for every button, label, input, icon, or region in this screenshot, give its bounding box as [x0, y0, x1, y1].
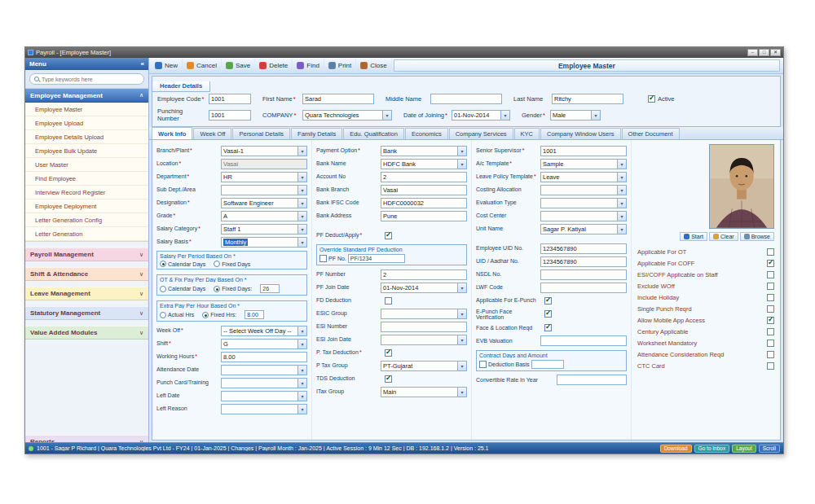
- fixed-days-radio[interactable]: Fixed Days: [214, 261, 250, 267]
- sidebar-partial-section: Reports ∨: [25, 435, 148, 442]
- status-indicator-icon: [29, 446, 33, 451]
- search-input[interactable]: [42, 77, 139, 82]
- calendar-days-radio[interactable]: Calendar Days: [160, 286, 205, 292]
- form-field: Senior Supervisor* 1001: [476, 146, 627, 156]
- toolbar-button[interactable]: Delete: [255, 59, 293, 72]
- close-button[interactable]: ✕: [770, 49, 781, 56]
- active-checkbox[interactable]: Active: [648, 95, 676, 103]
- form-field: Cost Center: [476, 211, 627, 221]
- tab[interactable]: Company Window Users: [540, 128, 621, 139]
- status-chip[interactable]: Layout: [732, 445, 756, 453]
- checkbox-icon[interactable]: [767, 351, 774, 358]
- toolbar-button-icon: [155, 62, 162, 69]
- sidebar-item[interactable]: Letter Generation: [25, 227, 148, 241]
- calendar-days-radio[interactable]: Calendar Days: [160, 261, 205, 267]
- sidebar-section[interactable]: Shift & Attendance ∨: [25, 267, 148, 281]
- sidebar-section[interactable]: Statutory Management ∨: [25, 306, 148, 320]
- sidebar-item[interactable]: Employee Upload: [25, 116, 148, 130]
- minimize-button[interactable]: –: [747, 49, 758, 56]
- checkbox-icon[interactable]: [767, 305, 774, 313]
- toolbar-button[interactable]: Save: [222, 59, 255, 72]
- status-chip[interactable]: Go to Inbox: [694, 445, 730, 453]
- form-field: Shift* G: [156, 339, 307, 349]
- checkbox-icon[interactable]: [648, 95, 655, 103]
- status-chip[interactable]: Scroll: [759, 445, 780, 453]
- option-row: Applicable For OT: [637, 248, 774, 256]
- photo-panel: Start Clear Browse Applicable For OT: [632, 140, 780, 440]
- tab[interactable]: Week Off: [193, 128, 231, 139]
- status-chip[interactable]: Download: [660, 445, 692, 453]
- photo-button[interactable]: Clear: [709, 232, 738, 241]
- pf-no-value[interactable]: PF/1234: [348, 254, 405, 263]
- checkbox-icon[interactable]: [767, 260, 774, 267]
- chevron-down-icon: ∨: [139, 271, 143, 278]
- form-field: Bank Address Pune: [316, 211, 467, 221]
- sidebar-section-employee-management[interactable]: Employee Management ∧: [25, 89, 148, 103]
- tab[interactable]: Other Document: [622, 128, 680, 139]
- sidebar-item[interactable]: Interview Record Register: [25, 186, 148, 199]
- toolbar-button[interactable]: Print: [324, 59, 356, 72]
- tab[interactable]: Work Info: [152, 127, 192, 139]
- checkbox-icon[interactable]: [767, 271, 774, 278]
- fixed-days-value[interactable]: 26: [260, 284, 280, 293]
- tab[interactable]: Company Services: [449, 128, 513, 139]
- fixed-days-radio[interactable]: Fixed Days:: [214, 286, 252, 292]
- actual-hrs-radio[interactable]: Actual Hrs: [160, 312, 194, 318]
- header-field: Punching Number 1001: [157, 107, 251, 122]
- window-title: Payroll - [Employee Master]: [36, 49, 111, 56]
- tab[interactable]: Economics: [405, 128, 448, 139]
- checkbox-icon[interactable]: [767, 248, 774, 256]
- sidebar-item[interactable]: Employee Bulk Update: [25, 144, 148, 158]
- sidebar-item[interactable]: Employee Deployment: [25, 199, 148, 213]
- checkbox-icon[interactable]: [544, 310, 552, 318]
- checkbox-icon[interactable]: [767, 283, 774, 290]
- toolbar-button[interactable]: New: [151, 59, 183, 72]
- fixed-hrs-value[interactable]: 8.00: [244, 310, 264, 319]
- sidebar-section[interactable]: Reports ∨: [25, 435, 148, 442]
- option-row: Attendance Consideration Reqd: [637, 351, 774, 358]
- tab[interactable]: Family Details: [291, 128, 342, 139]
- checkbox-icon[interactable]: [767, 328, 774, 335]
- deduction-basis-value[interactable]: [531, 360, 564, 369]
- checkbox-icon[interactable]: [767, 340, 774, 347]
- fixed-hrs-radio[interactable]: Fixed Hrs:: [202, 312, 236, 318]
- checkbox-icon[interactable]: [767, 294, 774, 301]
- checkbox-icon[interactable]: [767, 317, 774, 324]
- sidebar-item[interactable]: Letter Generation Config: [25, 213, 148, 227]
- maximize-button[interactable]: □: [759, 49, 769, 56]
- sidebar-item[interactable]: Employee Details Upload: [25, 130, 148, 144]
- checkbox-icon[interactable]: [385, 232, 392, 239]
- toolbar-button[interactable]: Close: [356, 59, 391, 72]
- toolbar-button-icon: [259, 62, 267, 69]
- photo-button[interactable]: Start: [680, 232, 707, 241]
- checkbox-icon[interactable]: [319, 255, 327, 262]
- toolbar-button[interactable]: Cancel: [183, 59, 222, 72]
- tab[interactable]: KYC: [514, 128, 540, 139]
- header-details-tab[interactable]: Header Details: [152, 81, 210, 92]
- checkbox-icon[interactable]: [544, 297, 552, 305]
- checkbox-icon[interactable]: [479, 361, 487, 368]
- sidebar-section[interactable]: Payroll Management ∨: [25, 248, 148, 261]
- sidebar-section[interactable]: Leave Management ∨: [25, 287, 148, 300]
- tab[interactable]: Personal Details: [232, 128, 290, 139]
- contract-days-group: Contract Days and Amount Deduction Basis: [476, 350, 627, 371]
- sidebar-item[interactable]: Employee Master: [25, 103, 148, 116]
- toolbar-button[interactable]: Find: [293, 59, 324, 72]
- collapse-menu-icon[interactable]: «: [141, 60, 144, 68]
- form-right-column: Senior Supervisor* 1001 A/c Template* Sa…: [472, 140, 632, 440]
- checkbox-icon[interactable]: [385, 349, 392, 357]
- checkbox-icon[interactable]: [385, 375, 392, 383]
- sidebar-section[interactable]: Value Added Modules ∨: [25, 326, 148, 340]
- tab[interactable]: Edu. Qualification: [343, 128, 404, 139]
- work-info-form: Branch/Plant* Vasai-1 Location* Vasai De…: [152, 140, 781, 440]
- checkbox-icon[interactable]: [385, 297, 392, 305]
- form-field: UID / Aadhar No. 1234567890: [476, 256, 627, 267]
- status-text: 1001 - Sagar P Richard | Quara Technolog…: [37, 445, 657, 451]
- sidebar-item[interactable]: User Master: [25, 158, 148, 172]
- photo-button[interactable]: Browse: [740, 232, 774, 241]
- checkbox-icon[interactable]: [767, 362, 774, 370]
- sidebar-item[interactable]: Find Employee: [25, 172, 148, 186]
- checkbox-icon[interactable]: [544, 324, 552, 331]
- form-field: Designation* Software Engineer: [156, 198, 307, 208]
- header-row-2: Punching Number 1001 COMPANY* Quara Tech…: [152, 106, 780, 124]
